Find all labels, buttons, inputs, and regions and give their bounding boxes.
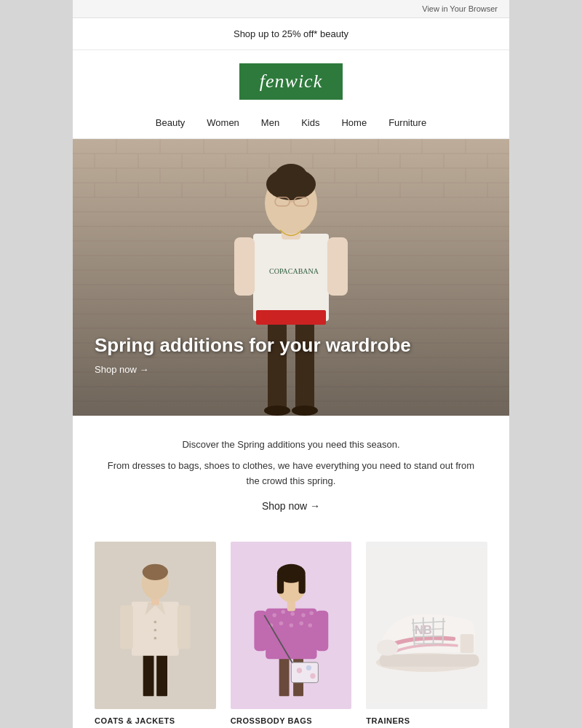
hero-text-block: Spring additions for your wardrobe Shop … xyxy=(95,334,411,376)
navigation: Beauty Women Men Kids Home Furniture xyxy=(73,110,509,139)
body-cta-link[interactable]: Shop now → xyxy=(262,500,320,512)
product-card-bags: CROSSBODY BAGS Shop xyxy=(223,542,359,728)
svg-line-119 xyxy=(423,617,424,646)
svg-rect-116 xyxy=(380,654,479,667)
nav-home[interactable]: Home xyxy=(341,117,367,128)
promo-bar: Shop up to 25% off* beauty xyxy=(73,18,509,50)
svg-point-99 xyxy=(289,624,293,628)
product-card-coats: COATS & JACKETS Shop xyxy=(87,542,223,728)
svg-point-98 xyxy=(279,622,283,626)
svg-line-124 xyxy=(413,636,444,637)
svg-rect-77 xyxy=(132,602,179,656)
body-intro: Discover the Spring additions you need t… xyxy=(102,438,480,453)
svg-point-106 xyxy=(296,668,301,673)
svg-rect-73 xyxy=(256,310,326,325)
body-description: From dresses to bags, shoes to clothes, … xyxy=(102,459,480,489)
svg-rect-126 xyxy=(461,634,474,653)
svg-point-127 xyxy=(377,640,399,656)
svg-point-93 xyxy=(281,610,285,614)
svg-rect-64 xyxy=(234,237,255,296)
product-image-trainers: NB xyxy=(366,542,487,709)
svg-point-80 xyxy=(154,621,156,624)
svg-rect-65 xyxy=(327,237,348,296)
svg-point-60 xyxy=(264,405,290,416)
svg-rect-62 xyxy=(253,234,329,321)
nav-kids[interactable]: Kids xyxy=(301,117,319,128)
product-title-trainers: TRAINERS xyxy=(366,716,487,725)
hero-headline: Spring additions for your wardrobe xyxy=(95,334,411,357)
hero-cta-link[interactable]: Shop now → xyxy=(95,364,148,375)
svg-text:COPACABANA: COPACABANA xyxy=(269,267,319,275)
product-card-trainers: NB TRAINERS Shop xyxy=(359,542,495,728)
svg-point-96 xyxy=(309,612,314,616)
svg-rect-103 xyxy=(315,611,328,652)
svg-rect-75 xyxy=(143,649,154,697)
product-image-bags xyxy=(231,542,352,709)
hero-section: COPACABANA Spring additions for your war… xyxy=(73,139,509,416)
product-title-coats: COATS & JACKETS xyxy=(95,716,216,725)
svg-point-82 xyxy=(154,637,156,640)
nav-women[interactable]: Women xyxy=(207,117,239,128)
svg-point-100 xyxy=(299,622,303,626)
top-bar: View in Your Browser xyxy=(73,0,509,18)
svg-point-81 xyxy=(154,629,156,632)
svg-point-69 xyxy=(275,164,307,187)
nav-furniture[interactable]: Furniture xyxy=(388,117,426,128)
svg-point-95 xyxy=(301,614,306,618)
svg-point-61 xyxy=(292,405,318,416)
view-in-browser-link[interactable]: View in Your Browser xyxy=(422,4,498,13)
fenwick-logo[interactable]: fenwick xyxy=(239,63,343,100)
logo-bar: fenwick xyxy=(73,50,509,110)
svg-point-94 xyxy=(290,612,295,617)
svg-rect-83 xyxy=(120,606,133,649)
nav-men[interactable]: Men xyxy=(261,117,279,128)
svg-rect-84 xyxy=(178,606,191,649)
product-image-coats xyxy=(95,542,216,709)
svg-point-92 xyxy=(272,614,276,618)
svg-rect-105 xyxy=(291,662,318,683)
svg-rect-76 xyxy=(156,649,167,697)
svg-point-101 xyxy=(308,624,312,628)
product-title-bags: CROSSBODY BAGS xyxy=(231,716,352,725)
promo-text: Shop up to 25% off* beauty xyxy=(234,28,348,39)
svg-point-87 xyxy=(143,564,168,580)
svg-rect-112 xyxy=(277,574,284,594)
products-section: COATS & JACKETS Shop xyxy=(73,527,509,728)
svg-rect-113 xyxy=(298,574,305,594)
email-container: View in Your Browser Shop up to 25% off*… xyxy=(73,0,509,728)
svg-point-107 xyxy=(306,665,311,670)
body-section: Discover the Spring additions you need t… xyxy=(73,416,509,527)
svg-point-108 xyxy=(310,673,315,678)
nav-beauty[interactable]: Beauty xyxy=(156,117,185,128)
